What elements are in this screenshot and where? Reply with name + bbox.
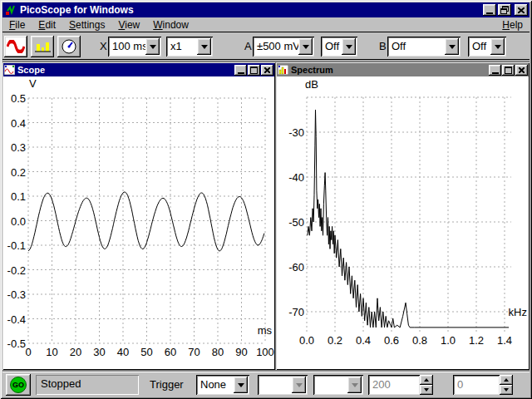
svg-text:40: 40 (117, 346, 129, 358)
menu-edit[interactable]: Edit (32, 18, 62, 32)
svg-text:V: V (29, 77, 37, 90)
scope-close-button[interactable] (261, 65, 273, 76)
scope-chart: 0.50.40.30.20.10.0-0.1-0.2-0.3-0.4-0.501… (3, 76, 274, 369)
chevron-down-icon (347, 377, 362, 393)
svg-text:0.5: 0.5 (11, 92, 26, 105)
go-icon: GO (10, 377, 27, 393)
close-icon (518, 7, 525, 13)
sine-wave-icon (7, 40, 25, 53)
meter-view-button[interactable] (57, 36, 81, 57)
svg-text:-30: -30 (288, 126, 304, 139)
scope-window: Scope 0.50.40.30.20.10.0-0.1-0.2-0.3-0.4… (2, 62, 275, 370)
close-icon (264, 67, 270, 73)
scope-maximize-button[interactable] (248, 65, 260, 76)
svg-text:-40: -40 (288, 171, 304, 184)
spectrum-maximize-button[interactable] (502, 65, 515, 76)
toolbar: X 100 ms x1 A ±500 mV Off B Off Off (2, 33, 530, 60)
spectrum-close-button[interactable] (515, 65, 528, 76)
chevron-down-icon[interactable] (197, 38, 211, 55)
spectrum-chart: -30-40-50-60-700.00.20.40.60.81.01.21.4d… (277, 76, 529, 369)
picoscope-app-window: PicoScope for Windows File Edit Settings… (0, 0, 532, 399)
channel-a-label: A (244, 40, 252, 52)
spectrum-minimize-button[interactable] (489, 65, 501, 76)
close-button[interactable] (515, 4, 528, 16)
minimize-button[interactable] (483, 4, 496, 16)
chevron-down-icon[interactable] (445, 38, 459, 55)
svg-text:0.6: 0.6 (384, 334, 399, 347)
spectrum-view-button[interactable] (31, 36, 54, 57)
svg-text:100: 100 (256, 346, 274, 358)
svg-text:ms: ms (258, 324, 273, 337)
window-title: PicoScope for Windows (20, 4, 483, 16)
menu-settings[interactable]: Settings (62, 18, 111, 32)
spin-up-icon[interactable] (420, 375, 433, 385)
svg-text:-50: -50 (288, 216, 304, 229)
trigger-label: Trigger (150, 378, 184, 391)
spin-down-icon[interactable] (500, 385, 513, 395)
app-icon (4, 4, 17, 16)
spin-up-icon[interactable] (500, 375, 513, 385)
svg-text:90: 90 (235, 346, 247, 358)
scope-minimize-button[interactable] (234, 65, 247, 76)
trigger-mode-combo[interactable]: None (196, 375, 249, 395)
svg-text:-70: -70 (288, 306, 304, 318)
svg-text:0.0: 0.0 (11, 215, 26, 228)
status-bar: GO Stopped Trigger None 200 0 (2, 372, 530, 397)
spectrum-window: Spectrum -30-40-50-60-700.00.20.40.60.81… (276, 62, 530, 370)
spin-down-icon[interactable] (420, 385, 433, 395)
chevron-down-icon[interactable] (298, 38, 313, 55)
spectrum-title-bar[interactable]: Spectrum (277, 63, 529, 76)
spectrum-window-title: Spectrum (291, 65, 488, 75)
svg-text:1.2: 1.2 (469, 334, 484, 347)
svg-text:-0.1: -0.1 (7, 239, 26, 252)
channel-b-mode-combo[interactable]: Off (468, 37, 506, 57)
svg-text:0.2: 0.2 (11, 166, 26, 179)
status-message: Stopped (36, 375, 139, 395)
menu-view[interactable]: View (111, 18, 146, 32)
svg-text:0.0: 0.0 (299, 334, 314, 347)
trigger-delay-spinner[interactable]: 0 (453, 375, 500, 395)
svg-text:80: 80 (212, 346, 224, 358)
svg-text:0: 0 (25, 346, 31, 358)
timebase-label: X (100, 40, 107, 52)
scope-window-icon (4, 65, 15, 75)
svg-text:70: 70 (188, 346, 200, 358)
svg-text:0.4: 0.4 (11, 117, 26, 130)
scope-view-button[interactable] (4, 36, 27, 57)
timebase-combo[interactable]: 100 ms (108, 37, 161, 57)
channel-b-range-combo[interactable]: Off (387, 37, 461, 57)
menu-help[interactable]: Help (495, 18, 530, 32)
trigger-threshold-spinner[interactable]: 200 (368, 375, 420, 395)
scope-title-bar[interactable]: Scope (3, 63, 274, 76)
channel-b-label: B (379, 40, 387, 52)
bar-chart-icon (33, 40, 52, 53)
chevron-down-icon[interactable] (490, 38, 505, 55)
svg-text:0.8: 0.8 (412, 334, 427, 347)
multiplier-combo[interactable]: x1 (166, 37, 213, 57)
restore-button[interactable] (498, 4, 511, 16)
chevron-down-icon[interactable] (234, 377, 248, 393)
svg-text:0.4: 0.4 (356, 334, 371, 347)
svg-text:-0.5: -0.5 (7, 337, 26, 350)
chevron-down-icon[interactable] (145, 38, 160, 55)
scope-window-title: Scope (17, 65, 234, 75)
svg-text:0.1: 0.1 (11, 190, 26, 203)
menu-window[interactable]: Window (146, 18, 195, 32)
svg-text:kHz: kHz (509, 306, 527, 318)
svg-text:1.0: 1.0 (441, 334, 456, 347)
chevron-down-icon[interactable] (342, 38, 356, 55)
svg-text:-0.3: -0.3 (7, 288, 26, 301)
svg-text:0.3: 0.3 (11, 141, 26, 154)
svg-text:-0.4: -0.4 (7, 313, 26, 326)
channel-a-mode-combo[interactable]: Off (321, 37, 357, 57)
svg-text:dB: dB (305, 78, 318, 91)
chevron-down-icon (292, 377, 306, 393)
svg-text:30: 30 (93, 346, 105, 358)
channel-a-range-combo[interactable]: ±500 mV (253, 37, 314, 57)
title-bar[interactable]: PicoScope for Windows (2, 2, 530, 17)
menu-file[interactable]: File (2, 18, 32, 32)
spectrum-window-icon (278, 65, 288, 75)
trigger-direction-combo-disabled (313, 375, 363, 395)
go-button[interactable]: GO (6, 374, 31, 396)
gauge-icon (61, 38, 77, 55)
